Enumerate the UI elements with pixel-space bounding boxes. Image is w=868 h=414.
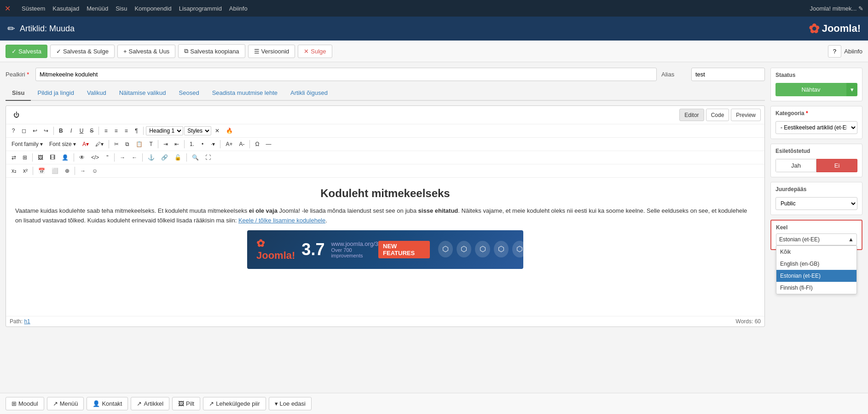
tab-seosed[interactable]: Seosed (173, 86, 206, 101)
iframe-btn[interactable]: ⬜ (49, 166, 61, 175)
font-size-btn[interactable]: Font size ▾ (46, 140, 79, 149)
anchor-btn[interactable]: ⚓ (145, 153, 157, 162)
italic-btn[interactable]: I (67, 126, 76, 135)
align-center-btn[interactable]: ≡ (111, 126, 121, 135)
tab-seadista[interactable]: Seadista muutmise lehte (206, 86, 284, 101)
nav-menus[interactable]: Menüüd (87, 5, 108, 12)
access-select[interactable]: Public (775, 197, 857, 210)
find-btn[interactable]: 🔍 (189, 153, 202, 162)
category-body: - Eestikeelsed artiklid (et-EE) (771, 118, 862, 139)
font-size3-btn[interactable]: A- (236, 140, 247, 149)
heading-select[interactable]: Heading 1 (146, 126, 183, 135)
paste-btn[interactable]: 🔥 (223, 126, 236, 135)
paste2-btn[interactable]: 📋 (133, 140, 145, 149)
outdent-btn[interactable]: ⇤ (172, 140, 182, 149)
ul-btn[interactable]: • (198, 140, 207, 149)
lang-option-en-gb[interactable]: English (en-GB) (776, 258, 856, 270)
cut-btn[interactable]: ✂ (111, 140, 122, 149)
nav-components[interactable]: Komponendid (134, 5, 171, 12)
path-link[interactable]: h1 (24, 318, 30, 325)
media-btn[interactable]: 🎞 (47, 153, 58, 162)
new-doc-btn[interactable]: ◻ (19, 126, 29, 135)
arrow-btn[interactable]: → (77, 166, 88, 175)
table-btn[interactable]: ⊞ (20, 153, 30, 162)
lang-option-et-ee[interactable]: Estonian (et-EE) (776, 270, 856, 282)
status-dropdown-arrow[interactable]: ▾ (846, 83, 857, 96)
bold-btn[interactable]: B (56, 126, 66, 135)
code2-btn[interactable]: </> (88, 153, 102, 162)
versions-button[interactable]: ☰ Versioonid (248, 45, 295, 58)
nav-help[interactable]: Abiinfo (229, 5, 248, 12)
tab-naitamise[interactable]: Näitamise valikud (113, 86, 173, 101)
fullscreen-btn[interactable]: ⛶ (203, 153, 214, 162)
align-left-btn[interactable]: ≡ (101, 126, 110, 135)
font-color-btn[interactable]: A▾ (80, 140, 92, 149)
toggle-btn[interactable]: ⇄ (9, 153, 19, 162)
save-new-label: Salvesta & Uus (128, 48, 169, 55)
link-btn[interactable]: 🔗 (158, 153, 171, 162)
underline-btn[interactable]: U (77, 126, 87, 135)
editor-mode-preview[interactable]: Preview (731, 109, 761, 121)
featured-ei-btn[interactable]: Ei (816, 159, 857, 172)
tab-pildid[interactable]: Pildid ja lingid (31, 86, 81, 101)
date-btn[interactable]: 📅 (35, 166, 48, 175)
save-button[interactable]: ✓ Salvesta (6, 45, 47, 58)
font-family-btn[interactable]: Font family ▾ (9, 140, 46, 149)
nav-content[interactable]: Sisu (116, 5, 127, 12)
extra-btn[interactable]: ⊕ (62, 166, 72, 175)
joomla-x-icon[interactable]: ✕ (5, 4, 11, 13)
close-button[interactable]: ✕ Sulge (298, 45, 332, 58)
undo-btn[interactable]: ↩ (30, 126, 40, 135)
rtl-btn[interactable]: ← (129, 153, 140, 162)
highlight-btn[interactable]: 🖊▾ (93, 140, 106, 149)
editor-content[interactable]: Koduleht mitmekeelseks Vaatame kuidas ko… (6, 178, 764, 316)
font-size2-btn[interactable]: A+ (223, 140, 235, 149)
tab-valikud[interactable]: Valikud (81, 86, 113, 101)
align-right-btn[interactable]: ≡ (122, 126, 131, 135)
strikethrough-btn[interactable]: S (87, 126, 96, 135)
alias-input[interactable] (691, 68, 765, 81)
nav-users[interactable]: Kasutajad (52, 5, 79, 12)
editor-mode-editor[interactable]: Editor (679, 109, 704, 121)
paste-text-btn[interactable]: T (146, 140, 156, 149)
styles-select[interactable]: Styles (184, 126, 211, 135)
ol-btn[interactable]: 1. (187, 140, 197, 149)
hr-btn[interactable]: — (263, 140, 274, 149)
nav-extensions[interactable]: Lisaprogrammid (179, 5, 222, 12)
user-menu[interactable]: Joomla! mitmek... ✎ (810, 5, 863, 12)
copy-btn[interactable]: ⧉ (122, 140, 132, 149)
save-close-button[interactable]: ✓ Salvesta & Sulge (50, 45, 115, 58)
article-link[interactable]: Keele / tõlke lisamine kodulehele (238, 217, 325, 224)
help-button[interactable]: ? (828, 45, 841, 58)
tab-sisu[interactable]: Sisu (6, 86, 31, 101)
block-quote-btn[interactable]: " (103, 153, 112, 162)
editor-mode-code[interactable]: Code (706, 109, 729, 121)
tab-oigused[interactable]: Artikli õigused (284, 86, 334, 101)
unlink-btn[interactable]: 🔓 (172, 153, 184, 162)
ul2-btn[interactable]: ·▾ (208, 140, 218, 149)
person-btn[interactable]: 👤 (59, 153, 71, 162)
indent-btn[interactable]: ⇥ (161, 140, 171, 149)
smile-btn[interactable]: ☺ (89, 166, 100, 175)
subscript-btn[interactable]: x₂ (9, 166, 19, 175)
superscript-btn[interactable]: x² (20, 166, 30, 175)
image-btn[interactable]: 🖼 (35, 153, 46, 162)
power-button[interactable]: ⏻ (10, 109, 23, 121)
save-copy-button[interactable]: ⧉ Salvesta koopiana (178, 44, 245, 58)
status-active-btn[interactable]: Nähtav (775, 83, 846, 96)
paragraph-btn[interactable]: ¶ (132, 126, 141, 135)
ltr-btn[interactable]: → (117, 153, 128, 162)
lang-option-koik[interactable]: Kõik (776, 246, 856, 258)
help-btn[interactable]: ? (9, 126, 18, 135)
lang-option-fi-fi[interactable]: Finnish (fi-FI) (776, 282, 856, 294)
featured-jah-btn[interactable]: Jah (775, 159, 816, 172)
language-display[interactable]: Estonian (et-EE) ▲ (776, 233, 857, 245)
title-input[interactable] (35, 68, 657, 81)
redo-btn[interactable]: ↪ (41, 126, 51, 135)
clear-format-btn[interactable]: ✕ (212, 126, 222, 135)
nav-system[interactable]: Süsteem (22, 5, 45, 12)
save-new-button[interactable]: + Salvesta & Uus (117, 45, 175, 58)
special-char-btn[interactable]: Ω (252, 140, 262, 149)
category-select[interactable]: - Eestikeelsed artiklid (et-EE) (775, 121, 857, 134)
preview2-btn[interactable]: 👁 (76, 153, 87, 162)
